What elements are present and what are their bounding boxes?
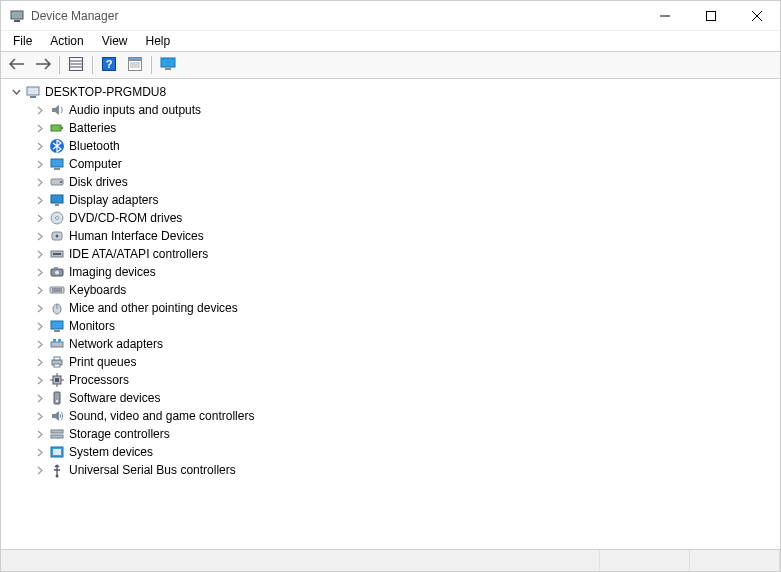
imaging-icon	[49, 264, 65, 280]
storage-icon	[49, 426, 65, 442]
tree-category-node[interactable]: Sound, video and game controllers	[29, 407, 780, 425]
audio-icon	[49, 102, 65, 118]
svg-rect-51	[54, 364, 60, 367]
tree-category-node[interactable]: Bluetooth	[29, 137, 780, 155]
statusbar-pane	[600, 550, 690, 571]
svg-rect-50	[54, 357, 60, 360]
cpu-icon	[49, 372, 65, 388]
tree-category-label: Audio inputs and outputs	[69, 103, 201, 117]
menu-help[interactable]: Help	[138, 32, 179, 50]
chevron-right-icon[interactable]	[33, 139, 47, 153]
tree-category-node[interactable]: Software devices	[29, 389, 780, 407]
chevron-right-icon[interactable]	[33, 229, 47, 243]
svg-text:?: ?	[106, 58, 113, 70]
tree-category-node[interactable]: Universal Serial Bus controllers	[29, 461, 780, 479]
hid-icon	[49, 228, 65, 244]
arrow-right-icon	[35, 58, 51, 73]
grid-icon	[69, 57, 83, 74]
device-tree[interactable]: DESKTOP-PRGMDU8 Audio inputs and outputs…	[1, 79, 780, 549]
tree-category-label: Display adapters	[69, 193, 158, 207]
svg-rect-28	[51, 195, 63, 203]
tree-category-label: Computer	[69, 157, 122, 171]
svg-rect-63	[53, 449, 61, 455]
svg-rect-1	[14, 20, 20, 22]
tree-root-node[interactable]: DESKTOP-PRGMDU8	[9, 83, 780, 101]
chevron-right-icon[interactable]	[33, 337, 47, 351]
menu-view[interactable]: View	[94, 32, 136, 50]
chevron-right-icon[interactable]	[33, 247, 47, 261]
toolbar-show-hidden-button[interactable]	[64, 54, 88, 76]
chevron-right-icon[interactable]	[33, 301, 47, 315]
svg-rect-60	[51, 430, 63, 433]
usb-icon	[49, 462, 65, 478]
tree-category-node[interactable]: Audio inputs and outputs	[29, 101, 780, 119]
chevron-right-icon[interactable]	[33, 157, 47, 171]
chevron-right-icon[interactable]	[33, 427, 47, 441]
chevron-right-icon[interactable]	[33, 319, 47, 333]
tree-category-node[interactable]: Batteries	[29, 119, 780, 137]
tree-category-node[interactable]: Computer	[29, 155, 780, 173]
toolbar-separator	[92, 56, 93, 74]
toolbar-back-button[interactable]	[5, 54, 29, 76]
tree-category-node[interactable]: Processors	[29, 371, 780, 389]
help-icon: ?	[102, 57, 116, 74]
tree-category-node[interactable]: Print queues	[29, 353, 780, 371]
toolbar-properties-button[interactable]	[123, 54, 147, 76]
tree-category-node[interactable]: Display adapters	[29, 191, 780, 209]
tree-category-node[interactable]: System devices	[29, 443, 780, 461]
tree-category-node[interactable]: Network adapters	[29, 335, 780, 353]
chevron-right-icon[interactable]	[33, 193, 47, 207]
menu-action[interactable]: Action	[42, 32, 91, 50]
statusbar	[1, 549, 780, 571]
chevron-down-icon[interactable]	[9, 85, 23, 99]
chevron-right-icon[interactable]	[33, 445, 47, 459]
tree-category-node[interactable]: IDE ATA/ATAPI controllers	[29, 245, 780, 263]
tree-category-node[interactable]: Storage controllers	[29, 425, 780, 443]
svg-rect-35	[53, 253, 61, 255]
monitor-scan-icon	[160, 57, 176, 74]
tree-category-node[interactable]: Human Interface Devices	[29, 227, 780, 245]
chevron-right-icon[interactable]	[33, 283, 47, 297]
titlebar: Device Manager	[1, 1, 780, 31]
svg-rect-0	[11, 11, 23, 19]
chevron-right-icon[interactable]	[33, 409, 47, 423]
svg-rect-21	[51, 125, 61, 131]
bluetooth-icon	[49, 138, 65, 154]
maximize-button[interactable]	[688, 1, 734, 31]
network-icon	[49, 336, 65, 352]
toolbar-help-button[interactable]: ?	[97, 54, 121, 76]
computer-icon	[25, 84, 41, 100]
tree-category-node[interactable]: Imaging devices	[29, 263, 780, 281]
tree-category-node[interactable]: Keyboards	[29, 281, 780, 299]
svg-rect-24	[51, 159, 63, 167]
chevron-right-icon[interactable]	[33, 265, 47, 279]
chevron-right-icon[interactable]	[33, 121, 47, 135]
tree-category-node[interactable]: DVD/CD-ROM drives	[29, 209, 780, 227]
chevron-right-icon[interactable]	[33, 211, 47, 225]
menu-file[interactable]: File	[5, 32, 40, 50]
app-icon	[9, 8, 25, 24]
chevron-right-icon[interactable]	[33, 463, 47, 477]
close-button[interactable]	[734, 1, 780, 31]
toolbar-forward-button[interactable]	[31, 54, 55, 76]
svg-rect-20	[30, 96, 36, 98]
minimize-button[interactable]	[642, 1, 688, 31]
chevron-right-icon[interactable]	[33, 373, 47, 387]
chevron-right-icon[interactable]	[33, 355, 47, 369]
toolbar-scan-button[interactable]	[156, 54, 180, 76]
tree-category-node[interactable]: Disk drives	[29, 173, 780, 191]
tree-category-label: Mice and other pointing devices	[69, 301, 238, 315]
chevron-right-icon[interactable]	[33, 391, 47, 405]
toolbar-separator	[151, 56, 152, 74]
svg-rect-38	[54, 267, 58, 269]
tree-category-node[interactable]: Monitors	[29, 317, 780, 335]
printer-icon	[49, 354, 65, 370]
dvd-icon	[49, 210, 65, 226]
chevron-right-icon[interactable]	[33, 175, 47, 189]
svg-rect-22	[61, 127, 63, 129]
tree-category-node[interactable]: Mice and other pointing devices	[29, 299, 780, 317]
svg-rect-3	[707, 11, 716, 20]
svg-rect-53	[55, 378, 59, 382]
tree-root-label: DESKTOP-PRGMDU8	[45, 85, 166, 99]
chevron-right-icon[interactable]	[33, 103, 47, 117]
